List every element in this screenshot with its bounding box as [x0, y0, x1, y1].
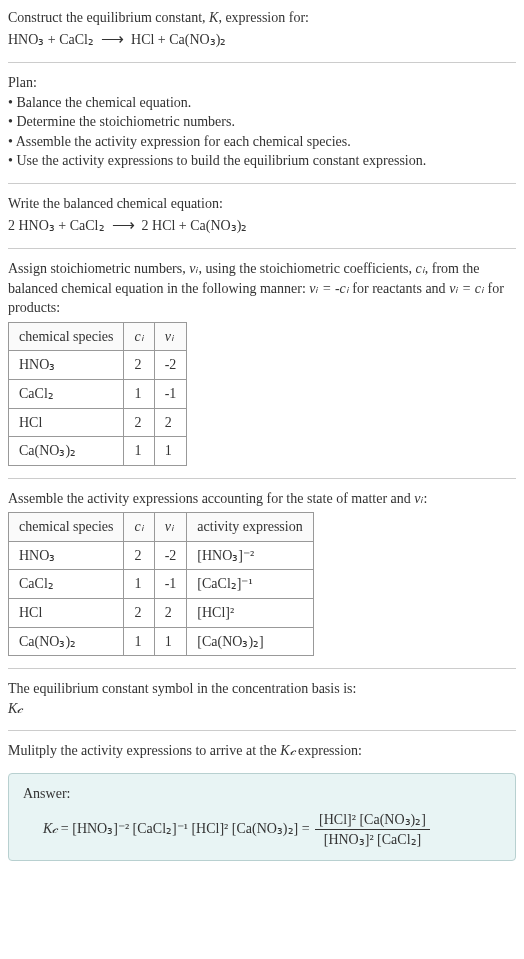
balanced-lhs: 2 HNO₃ + CaCl₂	[8, 218, 105, 233]
balanced-title: Write the balanced chemical equation:	[8, 194, 516, 214]
problem-text-2: , expression for:	[218, 10, 309, 25]
multiply-section: Mulitply the activity expressions to arr…	[8, 741, 516, 761]
plan-bullet-2: • Determine the stoichiometric numbers.	[8, 112, 516, 132]
fraction: [HCl]² [Ca(NO₃)₂][HNO₃]² [CaCl₂]	[315, 810, 430, 850]
cell-nu: -1	[154, 379, 187, 408]
col-nu: νᵢ	[154, 322, 187, 351]
divider	[8, 248, 516, 249]
balanced-equation: 2 HNO₃ + CaCl₂ ⟶ 2 HCl + Ca(NO₃)₂	[8, 218, 247, 233]
plan-bullet-4: • Use the activity expressions to build …	[8, 151, 516, 171]
cell-nu: -1	[154, 570, 187, 599]
col-ci: cᵢ	[124, 513, 154, 542]
kc-def-text: The equilibrium constant symbol in the c…	[8, 679, 516, 699]
nu-symbol: νᵢ	[414, 491, 423, 506]
kc-symbol: K𝒸	[43, 821, 57, 836]
stoich-table: chemical species cᵢ νᵢ HNO₃2-2 CaCl₂1-1 …	[8, 322, 187, 466]
kc-def-section: The equilibrium constant symbol in the c…	[8, 679, 516, 718]
table-row: CaCl₂1-1[CaCl₂]⁻¹	[9, 570, 314, 599]
multiply-text-2: expression:	[295, 743, 362, 758]
unbalanced-equation: HNO₃ + CaCl₂ ⟶ HCl + Ca(NO₃)₂	[8, 32, 226, 47]
cell-species: HNO₃	[9, 351, 124, 380]
fraction-numerator: [HCl]² [Ca(NO₃)₂]	[315, 810, 430, 831]
kc-eq-text: = [HNO₃]⁻² [CaCl₂]⁻¹ [HCl]² [Ca(NO₃)₂] =	[57, 821, 313, 836]
cell-ci: 1	[124, 379, 154, 408]
divider	[8, 668, 516, 669]
cell-species: Ca(NO₃)₂	[9, 437, 124, 466]
table-row: HNO₃2-2	[9, 351, 187, 380]
table-header-row: chemical species cᵢ νᵢ	[9, 322, 187, 351]
activity-section: Assemble the activity expressions accoun…	[8, 489, 516, 657]
problem-statement: Construct the equilibrium constant, K, e…	[8, 8, 516, 50]
divider	[8, 62, 516, 63]
react-relation: νᵢ = -cᵢ	[309, 281, 349, 296]
col-species: chemical species	[9, 322, 124, 351]
plan-section: Plan: • Balance the chemical equation. •…	[8, 73, 516, 171]
cell-nu: 2	[154, 599, 187, 628]
ci-symbol: cᵢ	[416, 261, 425, 276]
cell-activity: [HNO₃]⁻²	[187, 541, 313, 570]
cell-ci: 1	[124, 437, 154, 466]
activity-intro: Assemble the activity expressions accoun…	[8, 489, 516, 509]
cell-nu: -2	[154, 541, 187, 570]
kc-symbol: K𝒸	[8, 699, 516, 719]
divider	[8, 478, 516, 479]
plan-bullet-1: • Balance the chemical equation.	[8, 93, 516, 113]
cell-ci: 1	[124, 627, 154, 656]
col-ci: cᵢ	[124, 322, 154, 351]
stoich-intro: Assign stoichiometric numbers, νᵢ, using…	[8, 259, 516, 318]
cell-activity: [HCl]²	[187, 599, 313, 628]
cell-nu: 2	[154, 408, 187, 437]
activity-intro-text: Assemble the activity expressions accoun…	[8, 491, 414, 506]
table-row: HNO₃2-2[HNO₃]⁻²	[9, 541, 314, 570]
arrow-icon: ⟶	[101, 30, 124, 47]
divider	[8, 183, 516, 184]
table-row: CaCl₂1-1	[9, 379, 187, 408]
cell-nu: -2	[154, 351, 187, 380]
kc-symbol: K𝒸	[280, 743, 294, 758]
kc-expression: K𝒸 = [HNO₃]⁻² [CaCl₂]⁻¹ [HCl]² [Ca(NO₃)₂…	[43, 810, 501, 850]
balanced-section: Write the balanced chemical equation: 2 …	[8, 194, 516, 236]
cell-ci: 2	[124, 599, 154, 628]
answer-label: Answer:	[23, 784, 501, 804]
cell-species: CaCl₂	[9, 570, 124, 599]
answer-box: Answer: K𝒸 = [HNO₃]⁻² [CaCl₂]⁻¹ [HCl]² […	[8, 773, 516, 861]
activity-table: chemical species cᵢ νᵢ activity expressi…	[8, 512, 314, 656]
cell-species: HNO₃	[9, 541, 124, 570]
balanced-rhs: 2 HCl + Ca(NO₃)₂	[142, 218, 248, 233]
col-nu: νᵢ	[154, 513, 187, 542]
fraction-denominator: [HNO₃]² [CaCl₂]	[315, 830, 430, 850]
col-activity: activity expression	[187, 513, 313, 542]
cell-ci: 2	[124, 541, 154, 570]
cell-ci: 2	[124, 351, 154, 380]
prod-relation: νᵢ = cᵢ	[449, 281, 484, 296]
table-header-row: chemical species cᵢ νᵢ activity expressi…	[9, 513, 314, 542]
cell-nu: 1	[154, 437, 187, 466]
stoich-section: Assign stoichiometric numbers, νᵢ, using…	[8, 259, 516, 466]
colon: :	[424, 491, 428, 506]
cell-activity: [CaCl₂]⁻¹	[187, 570, 313, 599]
multiply-text-1: Mulitply the activity expressions to arr…	[8, 743, 280, 758]
eq-lhs: HNO₃ + CaCl₂	[8, 32, 94, 47]
divider	[8, 730, 516, 731]
cell-species: Ca(NO₃)₂	[9, 627, 124, 656]
table-row: Ca(NO₃)₂11[Ca(NO₃)₂]	[9, 627, 314, 656]
cell-species: CaCl₂	[9, 379, 124, 408]
cell-activity: [Ca(NO₃)₂]	[187, 627, 313, 656]
col-species: chemical species	[9, 513, 124, 542]
plan-bullet-3: • Assemble the activity expression for e…	[8, 132, 516, 152]
plan-title: Plan:	[8, 73, 516, 93]
cell-ci: 1	[124, 570, 154, 599]
stoich-intro-4: for reactants and	[349, 281, 449, 296]
stoich-intro-2: , using the stoichiometric coefficients,	[198, 261, 415, 276]
cell-species: HCl	[9, 408, 124, 437]
cell-species: HCl	[9, 599, 124, 628]
table-row: HCl22[HCl]²	[9, 599, 314, 628]
eq-rhs: HCl + Ca(NO₃)₂	[131, 32, 226, 47]
cell-ci: 2	[124, 408, 154, 437]
table-row: Ca(NO₃)₂11	[9, 437, 187, 466]
problem-text-1: Construct the equilibrium constant,	[8, 10, 209, 25]
table-row: HCl22	[9, 408, 187, 437]
arrow-icon: ⟶	[112, 216, 135, 233]
k-symbol: K	[209, 10, 218, 25]
cell-nu: 1	[154, 627, 187, 656]
